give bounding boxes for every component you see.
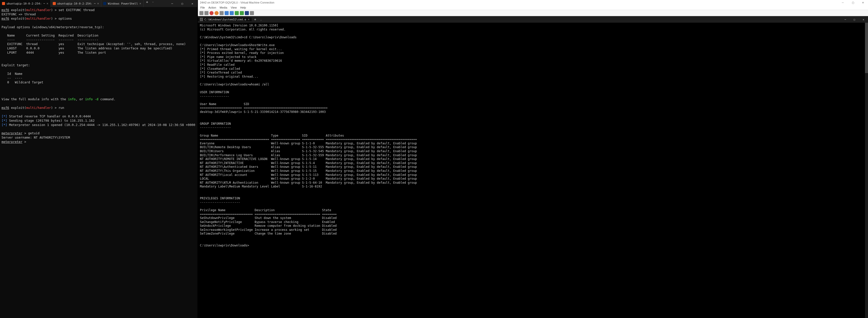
tab-dropdown-icon[interactable]: ⌄ (259, 18, 263, 21)
new-tab-button[interactable]: + (144, 0, 151, 7)
tab-ubuntu-1[interactable]: ubuntu@ip-10-0-2-254: ~ × (0, 0, 51, 7)
shut-down-icon[interactable] (215, 11, 219, 15)
tab-powershell[interactable]: Windows PowerShell × (101, 0, 143, 7)
tab-ubuntu-2[interactable]: ubuntu@ip-10-0-2-254: ~ × (51, 0, 101, 7)
maximize-button[interactable]: ▢ (850, 16, 859, 23)
close-icon[interactable]: × (248, 17, 250, 21)
maximize-button[interactable]: ▢ (177, 0, 187, 7)
save-icon[interactable] (220, 11, 224, 15)
left-terminal-content[interactable]: msf6 exploit(multi/handler) > set EXITFU… (0, 7, 197, 145)
tab-label: ubuntu@ip-10-0-2-254: ~ (57, 2, 96, 5)
left-terminal-window: ubuntu@ip-10-0-2-254: ~ × ubuntu@ip-10-0… (0, 0, 197, 318)
vm-connection-window: 24H2 on DESKTOP-GQVQILU - Virtual Machin… (198, 0, 868, 318)
cmd-icon (200, 18, 203, 21)
cmd-tab-label: C:\Windows\System32\cmd.e (205, 18, 246, 21)
scrollbar-thumb[interactable] (865, 23, 868, 73)
guest-terminal-window: C:\Windows\System32\cmd.e × + ⌄ ─ ▢ ✕ Mi… (198, 16, 868, 318)
tab-label: Windows PowerShell (108, 2, 138, 5)
ubuntu-icon (53, 2, 56, 5)
vm-title-text: 24H2 on DESKTOP-GQVQILU - Virtual Machin… (200, 1, 274, 4)
ubuntu-icon (2, 2, 5, 5)
revert-icon[interactable] (240, 11, 244, 15)
pause-icon[interactable] (225, 11, 229, 15)
minimize-button[interactable]: ─ (841, 16, 850, 23)
guest-title-bar: C:\Windows\System32\cmd.e × + ⌄ ─ ▢ ✕ (198, 16, 868, 23)
guest-terminal-content[interactable]: Microsoft Windows [Version 10.0.26100.11… (198, 23, 868, 249)
close-icon[interactable]: × (46, 2, 48, 5)
cmd-tab[interactable]: C:\Windows\System32\cmd.e × (198, 17, 252, 21)
menu-file[interactable]: File (200, 6, 205, 9)
close-button[interactable]: ✕ (858, 0, 868, 5)
guest-window-controls: ─ ▢ ✕ (841, 16, 868, 23)
minimize-button[interactable]: ─ (838, 0, 848, 5)
close-icon[interactable]: × (97, 2, 99, 5)
start-icon[interactable] (205, 11, 209, 15)
close-icon[interactable]: × (139, 2, 141, 5)
left-window-controls: ─ ▢ ✕ (167, 0, 197, 7)
checkpoint-icon[interactable] (235, 11, 239, 15)
share-icon[interactable] (250, 11, 254, 15)
close-button[interactable]: ✕ (187, 0, 197, 7)
vm-title-bar: 24H2 on DESKTOP-GQVQILU - Virtual Machin… (198, 0, 868, 5)
close-button[interactable]: ✕ (859, 16, 868, 23)
ctrl-alt-del-icon[interactable] (199, 11, 204, 15)
msf-prompt: msf6 (1, 8, 9, 12)
powershell-icon (103, 2, 106, 5)
left-title-bar: ubuntu@ip-10-0-2-254: ~ × ubuntu@ip-10-0… (0, 0, 197, 7)
tab-label: ubuntu@ip-10-0-2-254: ~ (6, 2, 45, 5)
vm-toolbar (198, 10, 868, 16)
menu-view[interactable]: View (231, 6, 237, 9)
tab-dropdown-icon[interactable]: ⌄ (151, 0, 155, 7)
turn-off-icon[interactable] (210, 11, 214, 15)
scrollbar[interactable] (865, 23, 868, 318)
vm-window-controls: ─ ▢ ✕ (838, 0, 868, 5)
vm-menu-bar: File Action Media View Help (198, 5, 868, 10)
maximize-button[interactable]: ▢ (848, 0, 858, 5)
menu-media[interactable]: Media (220, 6, 227, 9)
enhanced-session-icon[interactable] (245, 11, 249, 15)
menu-help[interactable]: Help (240, 6, 246, 9)
reset-icon[interactable] (230, 11, 234, 15)
left-tabs: ubuntu@ip-10-0-2-254: ~ × ubuntu@ip-10-0… (0, 0, 155, 7)
minimize-button[interactable]: ─ (167, 0, 177, 7)
menu-action[interactable]: Action (209, 6, 216, 9)
new-tab-button[interactable]: + (252, 17, 259, 22)
